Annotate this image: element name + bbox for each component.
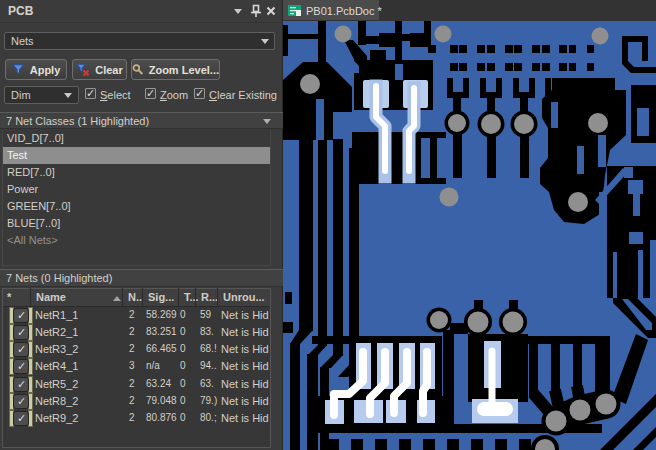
svg-text:PB01.PcbDoc *: PB01.PcbDoc * [306,5,383,17]
